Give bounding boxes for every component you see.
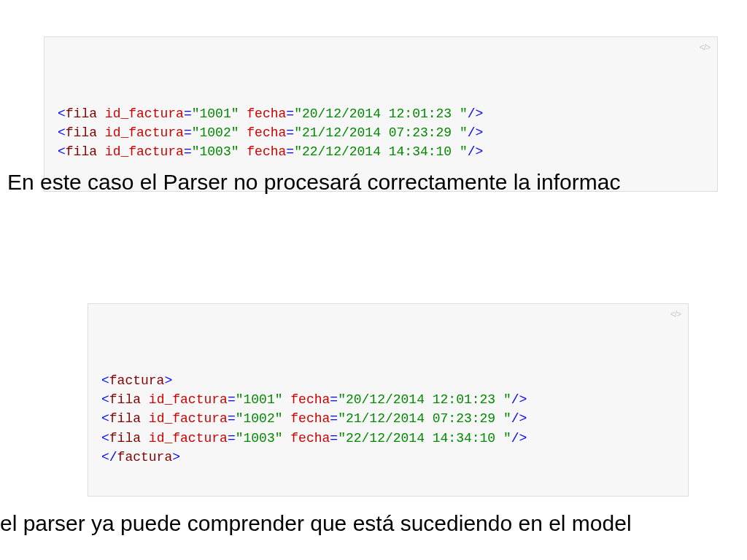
paragraph-2: el parser ya puede comprender que está s… xyxy=(0,510,632,537)
code-content-1: <fila id_factura="1001" fecha="20/12/201… xyxy=(58,104,704,161)
code-icon: </> xyxy=(700,42,710,54)
code-content-2: <factura> <fila id_factura="1001" fecha=… xyxy=(101,371,675,466)
paragraph-1: En este caso el Parser no procesará corr… xyxy=(7,169,620,195)
code-icon: </> xyxy=(670,308,681,321)
code-block-2: </> <factura> <fila id_factura="1001" fe… xyxy=(88,303,689,497)
code-block-1: </> <fila id_factura="1001" fecha="20/12… xyxy=(44,36,718,192)
